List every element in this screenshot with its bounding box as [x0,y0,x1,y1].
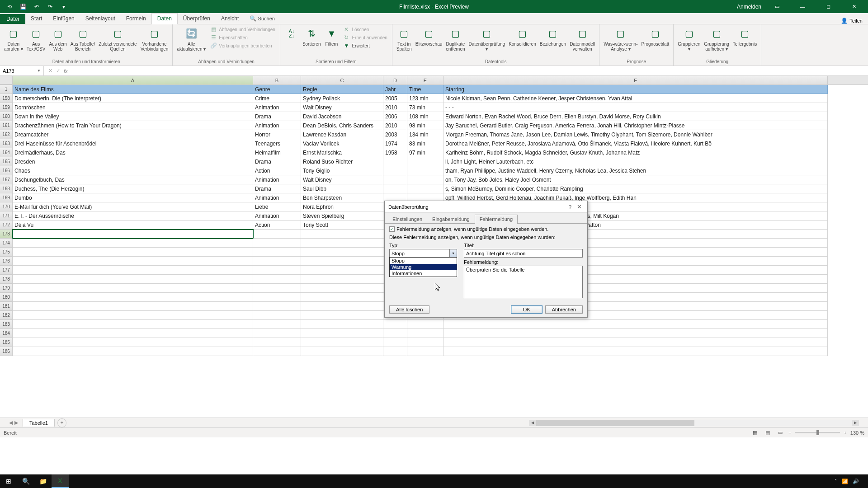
ribbon-properties[interactable]: ☰Eigenschaften [208,33,277,42]
cell[interactable] [383,166,407,175]
cell[interactable] [253,293,301,302]
cell[interactable]: Nora Ephron [301,202,383,211]
cell[interactable] [253,257,301,266]
cell[interactable]: 2003 [383,130,407,139]
cell[interactable]: Action [253,166,301,175]
tab-daten[interactable]: Daten [151,13,178,24]
view-normal-icon[interactable]: ▦ [750,429,760,436]
cell[interactable] [13,266,253,275]
cell[interactable]: Horror [253,130,301,139]
col-header-E[interactable]: E [407,76,443,84]
cell[interactable]: Animation [253,121,301,130]
row-header[interactable]: 170 [0,202,13,211]
cell[interactable]: 123 min [407,94,443,103]
cell[interactable] [383,329,407,338]
undo-icon[interactable]: ↶ [32,2,42,12]
share-button[interactable]: 👤 Teilen [841,18,863,24]
row-header[interactable]: 181 [0,302,13,311]
ribbon-item[interactable]: ▢Beziehungen [538,25,567,52]
ribbon-item[interactable]: ▢Datenmodell verwalten [568,25,596,52]
col-header-B[interactable]: B [253,76,301,84]
cell[interactable] [301,230,383,239]
cell[interactable]: Ben Sharpsteen [301,193,383,202]
type-option-info[interactable]: Informationen [390,270,457,277]
dialog-help-icon[interactable]: ? [566,204,575,210]
dialog-tab-input[interactable]: Eingabemeldung [427,215,475,224]
cell[interactable]: on, Tony Jay, Bob Joles, Haley Joel Osme… [443,175,828,184]
cell[interactable] [253,329,301,338]
cell[interactable] [253,338,301,347]
cell[interactable]: Dolmetscherin, Die (The Interpreter) [13,94,253,103]
cell[interactable] [13,275,253,284]
zoom-out-icon[interactable]: − [788,430,791,436]
cell[interactable] [383,184,407,193]
cell[interactable] [301,257,383,266]
ribbon-item[interactable]: ▢Blitzvorschau [414,25,443,52]
row-header[interactable]: 168 [0,184,13,193]
row-header[interactable]: 173 [0,230,13,239]
cell[interactable]: Animation [253,193,301,202]
row-header[interactable]: 166 [0,166,13,175]
row-header[interactable]: 159 [0,103,13,112]
col-header-F[interactable]: F [443,76,828,84]
cell[interactable]: Dreimädlerhaus, Das [13,148,253,157]
cell[interactable]: Déjà Vu [13,221,253,230]
row-header[interactable]: 158 [0,94,13,103]
cell[interactable] [301,302,383,311]
ribbon-filter[interactable]: ▼Filtern [323,25,340,50]
row-header[interactable]: 184 [0,329,13,338]
row-header[interactable]: 169 [0,193,13,202]
show-error-checkbox[interactable]: ✓ [389,226,395,232]
cell[interactable] [301,266,383,275]
cell[interactable]: Dorothea Meißner, Peter Reusse, Jaroslav… [443,139,828,148]
zoom-slider[interactable] [795,432,840,433]
cell[interactable] [301,239,383,248]
cell[interactable]: s, Simon McBurney, Dominic Cooper, Charl… [443,184,828,193]
taskbar-excel-icon[interactable]: X [52,474,69,488]
cell[interactable]: Dornröschen [13,103,253,112]
cell[interactable]: Name des Films [13,85,253,94]
start-button[interactable]: ⊞ [0,474,17,488]
cell[interactable]: Tony Giglio [301,166,383,175]
cell[interactable]: Regie [301,85,383,94]
sheet-nav-prev-icon[interactable]: ◀ [9,420,13,426]
row-header[interactable]: 177 [0,266,13,275]
cell[interactable] [301,293,383,302]
cell[interactable]: David Jacobson [301,112,383,121]
ribbon-reapply[interactable]: ↻Erneut anwenden [341,33,389,42]
cell[interactable]: Walt Disney [301,175,383,184]
cell[interactable]: Drei Haselnüsse für Aschenbrödel [13,139,253,148]
tab-ansicht[interactable]: Ansicht [216,14,244,24]
zoom-in-icon[interactable]: + [844,430,846,436]
row-header[interactable]: 185 [0,338,13,347]
row-header[interactable]: 180 [0,293,13,302]
ribbon-item[interactable]: ▢Datenüberprüfung ▾ [467,25,507,52]
ribbon-item[interactable]: ▢Aus Tabelle/ Bereich [69,25,96,52]
ribbon-advanced[interactable]: ▼Erweitert [341,42,389,50]
cell[interactable] [407,329,443,338]
cell[interactable]: ll, John Light, Heiner Lauterbach, etc [443,157,828,166]
cell[interactable] [253,275,301,284]
cell[interactable]: 2010 [383,121,407,130]
tab-einfuegen[interactable]: Einfügen [47,14,80,24]
cell[interactable] [443,338,828,347]
cell[interactable] [13,230,253,239]
cell[interactable]: Roland Suso Richter [301,157,383,166]
cell[interactable]: Dresden [13,157,253,166]
cell[interactable]: E-Mail für dich (You've Got Mail) [13,202,253,211]
cell[interactable]: Steven Spielberg [301,211,383,221]
cell[interactable] [13,284,253,293]
cell[interactable] [383,338,407,347]
cell[interactable]: Dumbo [13,193,253,202]
tab-formeln[interactable]: Formeln [121,14,151,24]
cell[interactable] [13,311,253,320]
cell[interactable]: Dschungelbuch, Das [13,175,253,184]
fx-icon[interactable]: fx [64,68,68,74]
redo-icon[interactable]: ↷ [45,2,55,12]
sheet-tab[interactable]: Tabelle1 [23,419,55,427]
dialog-tab-error[interactable]: Fehlermeldung [475,215,518,224]
ribbon-item[interactable]: ▢Was-wäre-wenn- Analyse ▾ [602,25,639,52]
ribbon-sort-az[interactable]: A↓Z↓ [283,25,300,50]
cell[interactable] [301,329,383,338]
chevron-down-icon[interactable]: ▼ [449,249,457,257]
